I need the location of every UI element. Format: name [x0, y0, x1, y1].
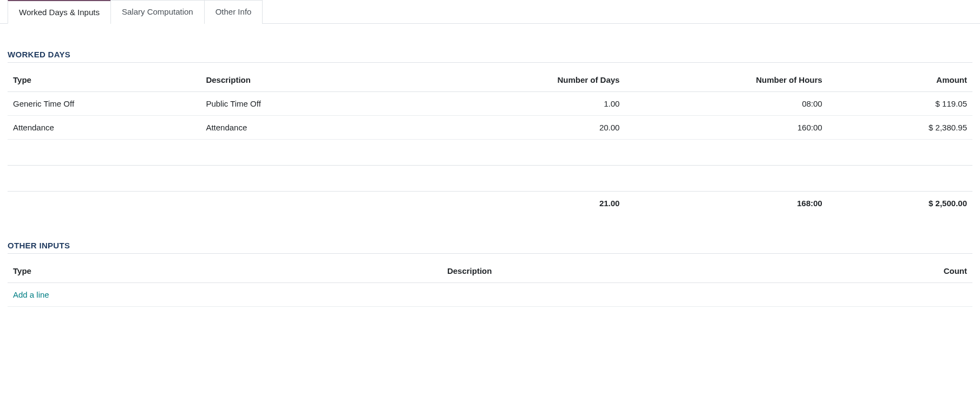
section-title-worked-days: WORKED DAYS — [8, 50, 972, 63]
worked-days-total-amount: $ 2,500.00 — [828, 192, 972, 215]
add-a-line-button[interactable]: Add a line — [8, 283, 972, 306]
table-row[interactable]: Attendance Attendance 20.00 160:00 $ 2,3… — [8, 116, 972, 140]
worked-days-table: Type Description Number of Days Number o… — [8, 68, 972, 215]
tab-salary-computation[interactable]: Salary Computation — [110, 0, 205, 24]
worked-days-header-num-days[interactable]: Number of Days — [452, 68, 625, 92]
worked-days-header-type[interactable]: Type — [8, 68, 200, 92]
worked-days-cell-description[interactable]: Public Time Off — [200, 92, 451, 116]
worked-days-cell-amount[interactable]: $ 119.05 — [828, 92, 972, 116]
worked-days-cell-amount[interactable]: $ 2,380.95 — [828, 116, 972, 140]
other-inputs-header-count[interactable]: Count — [876, 259, 972, 283]
table-row[interactable]: Generic Time Off Public Time Off 1.00 08… — [8, 92, 972, 116]
worked-days-cell-type[interactable]: Attendance — [8, 116, 200, 140]
worked-days-total-hours: 168:00 — [625, 192, 827, 215]
other-inputs-table: Type Description Count Add a line — [8, 259, 972, 307]
section-title-other-inputs: OTHER INPUTS — [8, 241, 972, 254]
tab-worked-days-inputs[interactable]: Worked Days & Inputs — [8, 0, 111, 24]
add-line-row[interactable]: Add a line — [8, 283, 972, 307]
other-inputs-header-description[interactable]: Description — [442, 259, 876, 283]
worked-days-cell-description[interactable]: Attendance — [200, 116, 451, 140]
worked-days-cell-type[interactable]: Generic Time Off — [8, 92, 200, 116]
tab-other-info[interactable]: Other Info — [204, 0, 263, 24]
worked-days-header-description[interactable]: Description — [200, 68, 451, 92]
tabs-container: Worked Days & Inputs Salary Computation … — [0, 0, 980, 24]
worked-days-cell-num-hours[interactable]: 160:00 — [625, 116, 827, 140]
worked-days-cell-num-days[interactable]: 20.00 — [452, 116, 625, 140]
worked-days-header-num-hours[interactable]: Number of Hours — [625, 68, 827, 92]
worked-days-totals-row: 21.00 168:00 $ 2,500.00 — [8, 192, 972, 215]
worked-days-total-days: 21.00 — [452, 192, 625, 215]
worked-days-cell-num-hours[interactable]: 08:00 — [625, 92, 827, 116]
other-inputs-header-type[interactable]: Type — [8, 259, 442, 283]
worked-days-header-amount[interactable]: Amount — [828, 68, 972, 92]
worked-days-cell-num-days[interactable]: 1.00 — [452, 92, 625, 116]
